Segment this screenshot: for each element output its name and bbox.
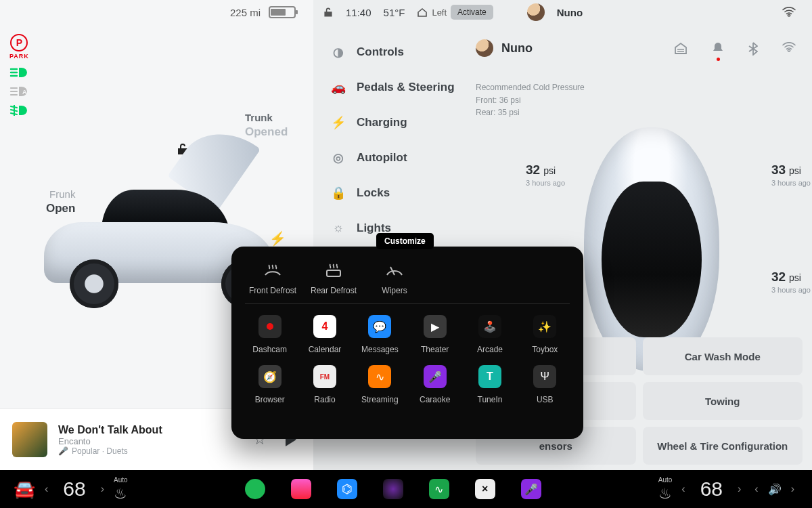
temp-down-left[interactable]: ‹ [41, 483, 52, 495]
app-usb[interactable]: ΨUSB [518, 365, 572, 404]
app-browser[interactable]: 🧭Browser [242, 365, 297, 404]
front-defrost-icon [263, 261, 283, 279]
dock-app-bluetooth[interactable]: ⌬ [337, 479, 357, 499]
app-theater[interactable]: ▶Theater [407, 315, 462, 354]
media-title: We Don't Talk About [58, 424, 162, 436]
seat-heat-icon: ♨ [114, 485, 127, 503]
nav-controls[interactable]: ◑Controls [327, 39, 462, 65]
range-value: 225 mi [230, 7, 261, 18]
media-artist: Encanto [58, 436, 162, 446]
app-tunein[interactable]: TTuneIn [462, 365, 517, 404]
nav-locks[interactable]: 🔒Locks [327, 180, 462, 206]
trunk-callout[interactable]: Trunk Opened [245, 112, 288, 139]
card-wheel-tire-config[interactable]: Wheel & Tire Configuration [643, 427, 803, 465]
profile-name: Nuno [501, 41, 533, 56]
dock-car-icon[interactable]: 🚘 [14, 479, 35, 500]
app-dashcam[interactable]: Dashcam [242, 315, 297, 354]
homelink-activate-button[interactable]: Activate [451, 5, 493, 20]
tire-psi-fl: 32psi3 hours ago [526, 163, 565, 187]
bolt-icon: ⚡ [331, 115, 346, 130]
driver-seat-heat[interactable]: Auto♨ [114, 476, 128, 503]
volume-icon: 🔊 [768, 483, 782, 496]
outside-temp: 51°F [384, 7, 405, 18]
top-bar: 11:40 51°F Left Activate Nuno [313, 0, 812, 24]
lock-icon: 🔒 [331, 186, 346, 200]
bottom-dock: 🚘 ‹ 68 › Auto♨ ⌬ ∿ × 🎤 Auto♨ ‹ 68 › ‹ 🔊 … [0, 470, 812, 508]
dock-app-close[interactable]: × [475, 479, 495, 499]
homelink-chip[interactable]: Left Activate [417, 5, 493, 20]
dock-app-caraoke[interactable]: 🎤 [521, 479, 541, 499]
range-status: 225 mi [230, 6, 296, 18]
card-car-wash[interactable]: Car Wash Mode [643, 337, 803, 375]
album-art [12, 422, 47, 457]
volume-down[interactable]: ‹ [750, 483, 762, 495]
telltale-low-beam [9, 66, 29, 79]
garage-icon[interactable] [674, 42, 687, 56]
bluetooth-icon[interactable] [748, 42, 758, 56]
app-caraoke[interactable]: 🎤Caraoke [407, 365, 462, 404]
wifi-settings-icon[interactable] [782, 42, 796, 56]
rear-defrost-icon [323, 261, 344, 279]
media-source: 🎤Popular · Duets [58, 446, 162, 456]
temp-up-right[interactable]: › [734, 483, 745, 495]
passenger-temp: 68 [696, 478, 727, 501]
clock: 11:40 [346, 7, 371, 18]
car-icon: 🚗 [331, 80, 346, 95]
media-meta: We Don't Talk About Encanto 🎤Popular · D… [58, 424, 162, 456]
app-radio[interactable]: FMRadio [297, 365, 352, 404]
quick-wipers[interactable]: Wipers [364, 261, 425, 295]
customize-tag[interactable]: Customize [376, 233, 434, 249]
nav-charging[interactable]: ⚡Charging [327, 110, 462, 135]
app-messages[interactable]: 💬Messages [353, 315, 407, 354]
app-calendar[interactable]: 4Calendar [297, 315, 352, 354]
temp-down-right[interactable]: ‹ [677, 483, 689, 495]
tire-recommendation: Recommended Cold Pressure Front: 36 psi … [476, 81, 796, 119]
nav-autopilot[interactable]: ◎Autopilot [327, 145, 462, 171]
tire-psi-rr: 32psi3 hours ago [771, 270, 811, 294]
seat-heat-icon: ♨ [658, 485, 672, 503]
quick-rear-defrost[interactable]: Rear Defrost [303, 261, 364, 295]
dock-app-spotify[interactable] [245, 479, 265, 499]
wipers-icon [384, 261, 405, 279]
telltale-fog-light [9, 104, 29, 117]
charge-bolt-icon: ⚡ [269, 230, 286, 247]
wifi-icon[interactable] [782, 7, 796, 18]
driver-climate[interactable]: ‹ 68 › [41, 478, 108, 501]
dock-app-apple-music[interactable] [291, 479, 311, 499]
telltale-auto-high-beam: A [9, 85, 29, 98]
dock-apps: ⌬ ∿ × 🎤 [133, 479, 653, 499]
telltale-column: P PARK A [9, 34, 29, 117]
svg-text:A: A [22, 89, 27, 96]
quick-front-defrost[interactable]: Front Defrost [242, 261, 303, 295]
dock-app-energy[interactable]: ∿ [429, 479, 449, 499]
app-streaming[interactable]: ∿Streaming [353, 365, 407, 404]
passenger-climate[interactable]: ‹ 68 › [677, 478, 745, 501]
steering-icon: ◎ [331, 150, 346, 165]
volume-up[interactable]: › [787, 483, 798, 495]
topbar-avatar[interactable] [527, 3, 545, 21]
nav-pedals-steering[interactable]: 🚗Pedals & Steering [327, 75, 462, 100]
volume-control[interactable]: ‹ 🔊 › [750, 483, 798, 496]
notifications-icon[interactable] [712, 42, 724, 56]
profile-avatar [476, 39, 493, 57]
card-towing[interactable]: Towing [643, 382, 803, 420]
topbar-user[interactable]: Nuno [557, 7, 583, 18]
lights-icon: ☼ [331, 221, 346, 235]
toggle-icon: ◑ [331, 45, 346, 60]
driver-temp: 68 [59, 478, 89, 501]
lock-status-icon[interactable] [323, 7, 334, 18]
passenger-seat-heat[interactable]: Auto♨ [658, 476, 673, 503]
vehicle-top-view [584, 127, 719, 371]
temp-up-left[interactable]: › [97, 483, 108, 495]
app-arcade[interactable]: 🕹️Arcade [462, 315, 517, 354]
telltale-park: P PARK [9, 34, 29, 60]
dock-app-dashcam[interactable] [383, 479, 403, 499]
app-drawer[interactable]: Customize Front Defrost Rear Defrost Wip… [231, 247, 583, 439]
tire-psi-fr: 33psi3 hours ago [771, 163, 811, 187]
app-toybox[interactable]: ✨Toybox [518, 315, 572, 354]
battery-icon [269, 6, 296, 18]
svg-rect-1 [327, 270, 340, 276]
